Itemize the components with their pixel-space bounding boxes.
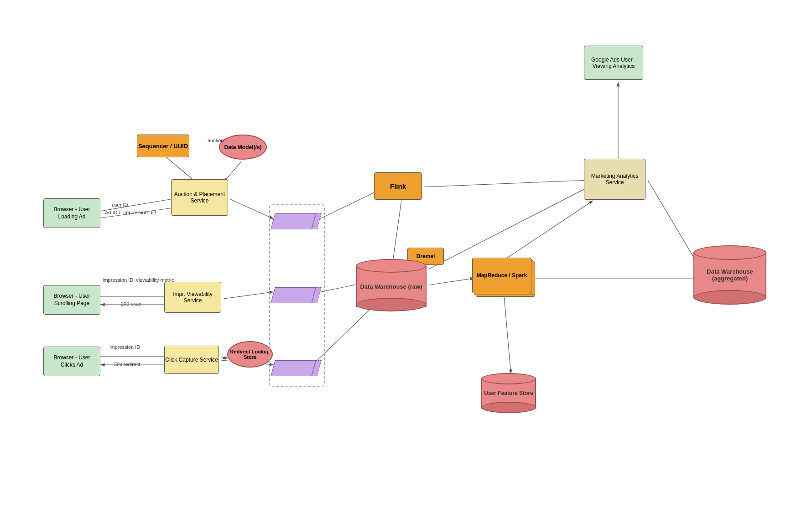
para-bot-dashed-right: [314, 360, 319, 376]
mapreduce-spark-label: MapReduce / Spark: [477, 272, 527, 279]
google-ads-user-label: Google Ads User - Viewing Analytics: [584, 57, 643, 69]
browser-scrolling-label: Browser - User Scrolling Page: [47, 293, 96, 307]
para-top-dashed-right: [314, 213, 319, 229]
svg-line-16: [310, 306, 374, 367]
data-warehouse-raw-label: Data Warehouse (raw): [360, 283, 422, 290]
marketing-analytics-node: Marketing Analytics Service: [584, 159, 645, 200]
browser-scrolling-node: Browser - User Scrolling Page: [43, 285, 100, 315]
svg-line-25: [429, 187, 588, 269]
svg-line-9: [224, 292, 274, 299]
flink-node: Flink: [374, 172, 422, 200]
svg-line-4: [167, 157, 196, 182]
svg-line-20: [504, 201, 593, 260]
flink-label: Flink: [390, 182, 406, 190]
mapreduce-spark-node: MapReduce / Spark: [472, 258, 534, 296]
svg-line-19: [429, 278, 474, 285]
redirect-lookup-label: Redirect Lookup Store: [228, 349, 272, 360]
browser-loading-ad-node: Browser - User Loading Ad: [43, 198, 100, 228]
impr-viewability-label: Impr. Viewability Service: [165, 291, 221, 304]
parallelogram-bottom: [273, 360, 314, 376]
parallelogram-top: [273, 213, 314, 229]
data-model-node: Data Model(/s): [219, 135, 267, 160]
data-warehouse-raw-node: Data Warehouse (raw): [356, 259, 427, 311]
label-user-id: user ID: [112, 202, 128, 207]
marketing-analytics-label: Marketing Analytics Service: [584, 173, 645, 186]
data-model-label: Data Model(/s): [224, 144, 261, 150]
auction-placement-node: Auction & Placement Service: [171, 179, 228, 216]
svg-line-6: [230, 199, 274, 219]
label-200-ok: 200 okay: [121, 301, 141, 306]
browser-clicks-label: Browser - User Clicks Ad: [47, 354, 96, 368]
impr-viewability-node: Impr. Viewability Service: [164, 282, 221, 313]
google-ads-user-node: Google Ads User - Viewing Analytics: [584, 46, 643, 80]
redirect-lookup-node: Redirect Lookup Store: [227, 341, 273, 368]
svg-line-17: [424, 180, 588, 187]
click-capture-node: Click Capture Service: [164, 346, 219, 374]
user-feature-store-node: User Feature Store: [481, 373, 536, 413]
user-feature-store-label: User Feature Store: [484, 390, 533, 396]
svg-line-22: [504, 296, 511, 374]
data-warehouse-aggregated-label: Data Warehouse (aggregated): [693, 268, 766, 282]
parallelogram-middle: [273, 287, 314, 303]
browser-loading-ad-label: Browser - User Loading Ad: [47, 206, 96, 220]
svg-line-3: [100, 207, 176, 218]
diagram-container: Browser - User Loading Ad Browser - User…: [0, 0, 812, 508]
svg-line-18: [392, 201, 401, 264]
label-impression-viewability: impression ID, viewability metric: [103, 277, 174, 283]
label-ad-id: Ad ID / "impression" ID: [105, 210, 156, 215]
browser-clicks-node: Browser - User Clicks Ad: [43, 347, 100, 376]
data-warehouse-aggregated-node: Data Warehouse (aggregated): [693, 245, 766, 305]
svg-line-14: [310, 189, 381, 223]
sequencer-node: Sequencer / UUID: [137, 135, 189, 157]
para-mid-dashed-right: [314, 287, 319, 303]
label-impression-id: impression ID: [109, 344, 140, 350]
auction-placement-label: Auction & Placement Service: [172, 191, 228, 204]
svg-line-2: [100, 198, 176, 211]
svg-line-24: [648, 180, 698, 264]
dremel-label: Dremel: [416, 253, 435, 259]
sequencer-label: Sequencer / UUID: [138, 143, 188, 150]
click-capture-label: Click Capture Service: [165, 357, 218, 363]
label-30x-redirect: 30x redirect: [114, 362, 140, 367]
